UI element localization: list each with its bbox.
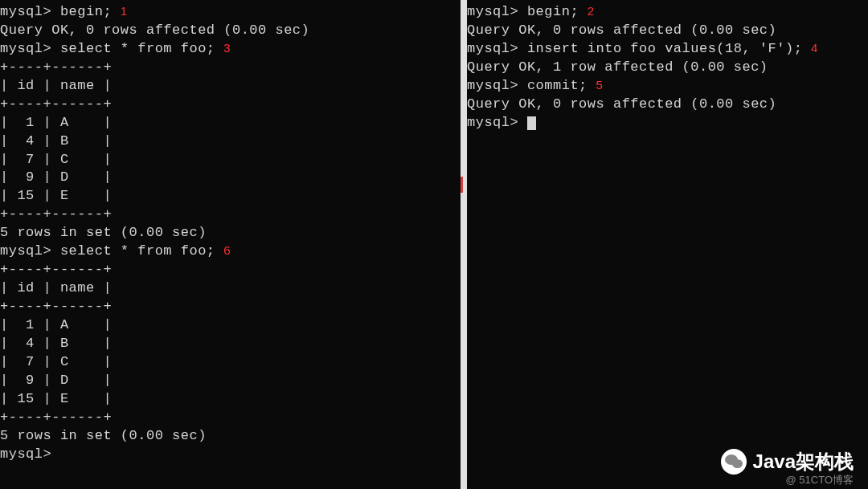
terminal-line: mysql> select * from foo; 6	[0, 242, 461, 261]
terminal-text: Query OK, 0 rows affected (0.00 sec)	[467, 96, 776, 112]
terminal-text: +----+------+	[0, 299, 112, 314]
terminal-text: | 15 | E |	[0, 391, 112, 406]
terminal-line: +----+------+	[0, 298, 461, 316]
terminal-line: | 1 | A |	[0, 114, 461, 132]
terminal-text: mysql>	[467, 115, 527, 130]
terminal-line: | 15 | E |	[0, 390, 461, 409]
wechat-icon	[721, 449, 747, 475]
terminal-line: 5 rows in set (0.00 sec)	[0, 427, 461, 446]
terminal-text: | id | name |	[0, 280, 112, 295]
terminal-text: +----+------+	[0, 96, 112, 112]
terminal-text: | 7 | C |	[0, 152, 112, 167]
terminal-text: mysql>	[0, 446, 51, 462]
terminal-line: +----+------+	[0, 261, 461, 279]
terminal-line: mysql> commit; 5	[467, 77, 868, 96]
step-annotation: 3	[223, 41, 231, 55]
terminal-line: +----+------+	[0, 96, 461, 114]
right-terminal-pane[interactable]: mysql> begin; 2Query OK, 0 rows affected…	[467, 0, 868, 489]
terminal-text: | 1 | A |	[0, 317, 112, 332]
terminal-line: +----+------+	[0, 409, 461, 427]
terminal-text: mysql> commit;	[467, 78, 596, 93]
watermark-brand: Java架构栈	[721, 449, 854, 475]
terminal-text: mysql> select * from foo;	[0, 243, 223, 259]
terminal-line: Query OK, 0 rows affected (0.00 sec)	[467, 96, 868, 114]
terminal-line: mysql> insert into foo values(18, 'F'); …	[467, 40, 868, 59]
terminal-text: +----+------+	[0, 262, 112, 277]
terminal-line: mysql> begin; 1	[0, 3, 461, 22]
terminal-text: | 4 | B |	[0, 336, 112, 351]
terminal-line: | 7 | C |	[0, 353, 461, 372]
terminal-line: mysql>	[467, 114, 868, 132]
terminal-text: | 4 | B |	[0, 133, 112, 149]
terminal-text: | 9 | D |	[0, 373, 112, 388]
left-terminal-pane[interactable]: mysql> begin; 1Query OK, 0 rows affected…	[0, 0, 461, 489]
terminal-text: 5 rows in set (0.00 sec)	[0, 225, 207, 240]
terminal-line: Query OK, 0 rows affected (0.00 sec)	[0, 22, 461, 40]
terminal-line: | 7 | C |	[0, 151, 461, 169]
pane-divider[interactable]	[461, 0, 467, 489]
terminal-text: | 1 | A |	[0, 115, 112, 130]
terminal-text: +----+------+	[0, 206, 112, 222]
terminal-text: Query OK, 0 rows affected (0.00 sec)	[0, 22, 309, 38]
step-annotation: 5	[596, 78, 604, 92]
terminal-line: mysql> select * from foo; 3	[0, 40, 461, 59]
terminal-text: mysql> insert into foo values(18, 'F');	[467, 41, 811, 56]
terminal-line: mysql>	[0, 446, 461, 464]
terminal-line: mysql> begin; 2	[467, 3, 868, 22]
terminal-line: | 1 | A |	[0, 316, 461, 335]
terminal-line: +----+------+	[0, 59, 461, 77]
step-annotation: 1	[121, 4, 128, 18]
terminal-text: | 7 | C |	[0, 354, 112, 369]
terminal-line: 5 rows in set (0.00 sec)	[0, 224, 461, 242]
terminal-line: | 15 | E |	[0, 187, 461, 206]
step-annotation: 4	[811, 41, 818, 55]
terminal-line: | 4 | B |	[0, 335, 461, 353]
terminal-text: Query OK, 0 rows affected (0.00 sec)	[467, 22, 776, 38]
terminal-text: mysql> begin;	[0, 4, 121, 19]
terminal-line: | 9 | D |	[0, 169, 461, 187]
terminal-line: | id | name |	[0, 279, 461, 298]
terminal-text: Query OK, 1 row affected (0.00 sec)	[467, 59, 768, 75]
terminal-text: | 9 | D |	[0, 169, 112, 185]
terminal-line: | id | name |	[0, 77, 461, 96]
terminal-line: Query OK, 1 row affected (0.00 sec)	[467, 59, 868, 77]
step-annotation: 6	[223, 243, 231, 257]
terminal-text: mysql> begin;	[467, 4, 588, 19]
terminal-line: +----+------+	[0, 206, 461, 224]
terminal-line: Query OK, 0 rows affected (0.00 sec)	[467, 22, 868, 40]
terminal-text: | 15 | E |	[0, 188, 112, 203]
step-annotation: 2	[588, 4, 595, 18]
watermark-source: @ 51CTO博客	[786, 473, 854, 487]
terminal-line: | 4 | B |	[0, 132, 461, 151]
terminal-text: mysql> select * from foo;	[0, 41, 223, 56]
terminal-text: | id | name |	[0, 78, 112, 93]
terminal-text: +----+------+	[0, 59, 112, 75]
terminal-text: 5 rows in set (0.00 sec)	[0, 428, 207, 443]
brand-text: Java架构栈	[753, 449, 854, 475]
terminal-text: +----+------+	[0, 410, 112, 425]
cursor-icon	[527, 116, 536, 130]
terminal-line: | 9 | D |	[0, 372, 461, 390]
terminal-container: mysql> begin; 1Query OK, 0 rows affected…	[0, 0, 868, 489]
